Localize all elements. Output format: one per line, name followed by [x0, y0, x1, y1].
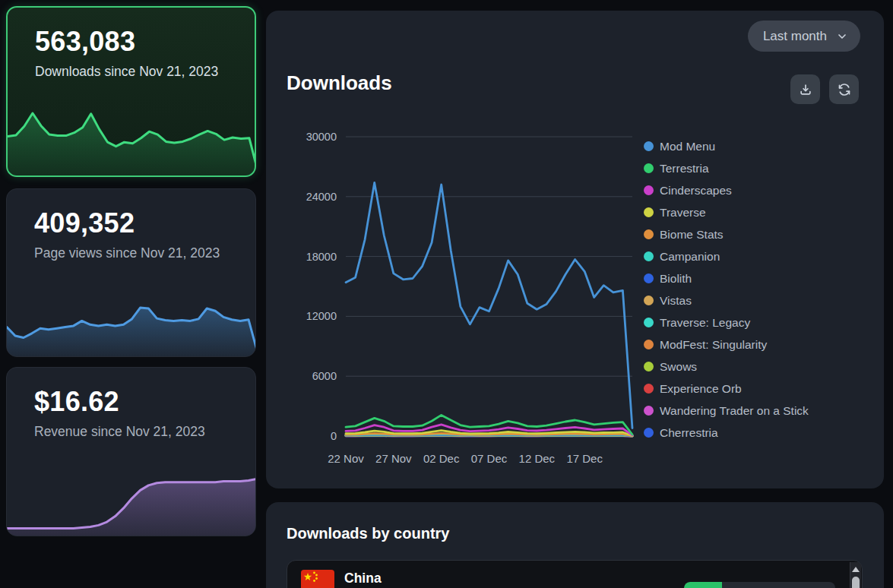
series-line-mod-menu: [346, 182, 632, 428]
legend-label: Cinderscapes: [660, 184, 732, 198]
panel-title-country: Downloads by country: [287, 525, 449, 542]
legend-item-modfest-singularity[interactable]: ModFest: Singularity: [644, 334, 809, 356]
legend-item-traverse-legacy[interactable]: Traverse: Legacy: [644, 311, 809, 334]
china-flag-icon: [301, 570, 334, 588]
legend-label: Traverse: [660, 206, 706, 220]
y-tick-label: 12000: [306, 310, 337, 322]
legend-dot: [644, 229, 654, 239]
legend-label: Biome Stats: [660, 228, 724, 242]
legend-label: Experience Orb: [660, 382, 742, 396]
chevron-down-icon: [836, 30, 848, 43]
y-tick-label: 18000: [306, 251, 337, 263]
legend-item-wandering-trader-on-a-stick[interactable]: Wandering Trader on a Stick: [644, 400, 809, 422]
stat-card-page-views[interactable]: 409,352 Page views since Nov 21, 2023: [6, 188, 256, 357]
legend-dot: [644, 406, 654, 416]
country-download-bar: [684, 582, 835, 588]
scroll-up-arrow-icon[interactable]: [852, 567, 860, 572]
legend-item-cherrestria[interactable]: Cherrestria: [644, 422, 809, 444]
y-tick-label: 30000: [306, 131, 337, 143]
y-tick-label: 24000: [306, 191, 337, 203]
legend-dot: [644, 251, 654, 261]
analytics-dashboard: 563,083 Downloads since Nov 21, 2023 409…: [0, 0, 893, 588]
legend-item-biome-stats[interactable]: Biome Stats: [644, 223, 809, 245]
legend-dot: [644, 362, 654, 371]
stat-card-downloads[interactable]: 563,083 Downloads since Nov 21, 2023: [6, 6, 256, 177]
legend-dot: [644, 340, 654, 349]
legend-label: Campanion: [660, 250, 720, 264]
legend-item-vistas[interactable]: Vistas: [644, 289, 809, 311]
legend-item-campanion[interactable]: Campanion: [644, 245, 809, 267]
date-range-selector[interactable]: Last month: [748, 21, 860, 52]
x-tick-label: 27 Nov: [375, 452, 412, 465]
legend-dot: [644, 318, 654, 327]
downloads-sparkline: [8, 111, 256, 176]
date-range-label: Last month: [763, 29, 827, 44]
download-icon: [798, 82, 813, 97]
legend-item-experience-orb[interactable]: Experience Orb: [644, 378, 809, 400]
country-list-scrollbar[interactable]: [850, 562, 861, 588]
downloads-line-chart[interactable]: 060001200018000240003000022 Nov27 Nov02 …: [289, 125, 646, 489]
y-tick-label: 0: [331, 430, 337, 442]
x-tick-label: 02 Dec: [423, 452, 460, 465]
legend-item-swows[interactable]: Swows: [644, 356, 809, 378]
legend-item-terrestria[interactable]: Terrestria: [644, 157, 809, 179]
revenue-total-label: Revenue since Nov 21, 2023: [34, 423, 220, 441]
legend-label: ModFest: Singularity: [660, 338, 767, 352]
country-name: China: [344, 571, 382, 586]
legend-dot: [644, 273, 654, 283]
legend-dot: [644, 141, 654, 151]
country-list-container[interactable]: China: [287, 560, 863, 588]
sparkline-area: [7, 308, 256, 357]
legend-dot: [644, 207, 654, 217]
x-tick-label: 07 Dec: [471, 452, 508, 465]
page-views-sparkline: [7, 289, 256, 357]
legend-label: Cherrestria: [660, 426, 718, 440]
legend-item-cinderscapes[interactable]: Cinderscapes: [644, 179, 809, 201]
downloads-total-label: Downloads since Nov 21, 2023: [35, 63, 220, 81]
refresh-icon: [837, 82, 852, 97]
x-tick-label: 22 Nov: [328, 452, 364, 465]
legend-label: Terrestria: [660, 162, 709, 175]
legend-dot: [644, 185, 654, 195]
revenue-sparkline: [7, 449, 256, 536]
legend-dot: [644, 163, 654, 173]
sparkline-area: [8, 113, 256, 176]
scrollbar-thumb[interactable]: [852, 577, 860, 588]
legend-label: Vistas: [660, 294, 692, 308]
export-csv-button[interactable]: [790, 74, 820, 104]
page-views-total-label: Page views since Nov 21, 2023: [34, 245, 220, 262]
legend-item-traverse[interactable]: Traverse: [644, 201, 809, 223]
legend-dot: [644, 428, 654, 438]
legend-item-mod-menu[interactable]: Mod Menu: [644, 135, 809, 157]
page-views-total-value: 409,352: [34, 207, 230, 239]
legend-label: Wandering Trader on a Stick: [660, 404, 809, 418]
legend-dot: [644, 296, 654, 305]
stat-card-revenue[interactable]: $16.62 Revenue since Nov 21, 2023: [6, 367, 256, 536]
country-bar-fill: [684, 582, 722, 588]
revenue-total-value: $16.62: [34, 386, 230, 418]
x-tick-label: 17 Dec: [566, 452, 603, 465]
legend-label: Traverse: Legacy: [660, 316, 750, 330]
legend-label: Swows: [660, 360, 697, 374]
legend-label: Biolith: [660, 272, 692, 286]
x-tick-label: 12 Dec: [519, 452, 556, 465]
downloads-total-value: 563,083: [35, 26, 229, 58]
legend-dot: [644, 384, 654, 394]
downloads-panel: Last month Downloads: [266, 11, 884, 488]
downloads-by-country-panel: Downloads by country China: [266, 502, 884, 588]
legend-label: Mod Menu: [660, 140, 715, 153]
y-tick-label: 6000: [312, 370, 337, 382]
refresh-button[interactable]: [829, 74, 859, 104]
panel-title-downloads: Downloads: [287, 71, 392, 95]
chart-legend: Mod MenuTerrestriaCinderscapesTraverseBi…: [644, 135, 809, 444]
legend-item-biolith[interactable]: Biolith: [644, 267, 809, 289]
